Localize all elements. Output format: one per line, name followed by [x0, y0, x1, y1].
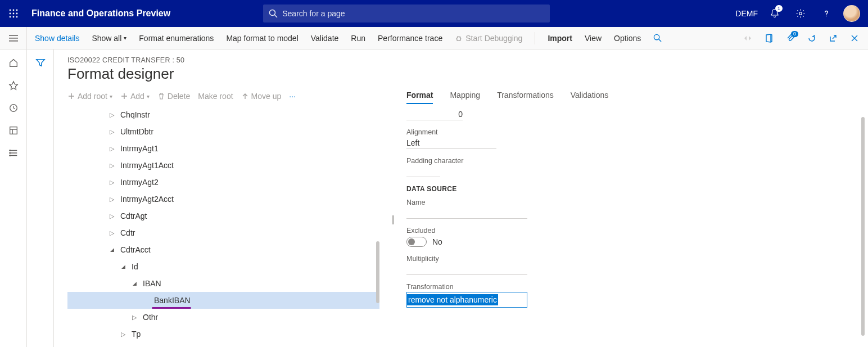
- expander-open-icon[interactable]: ◢: [129, 281, 139, 286]
- help-button[interactable]: [817, 4, 835, 22]
- tree-node[interactable]: ◢Id: [67, 258, 379, 275]
- top-bar: Finance and Operations Preview DEMF 1: [0, 0, 868, 27]
- tree-node[interactable]: ▷ChqInstr: [67, 106, 379, 123]
- show-all-dropdown[interactable]: Show all▾: [92, 34, 126, 43]
- svg-rect-13: [9, 35, 18, 36]
- tree-node[interactable]: ▷UltmtDbtr: [67, 123, 379, 140]
- tree-scrollbar[interactable]: [376, 241, 379, 303]
- add-root-button[interactable]: Add root▾: [67, 92, 112, 101]
- tree-node[interactable]: ▷CdtrAgt: [67, 208, 379, 224]
- move-up-button[interactable]: Move up: [241, 92, 282, 101]
- chevron-down-icon: ▾: [110, 93, 112, 100]
- name-value[interactable]: [406, 208, 527, 219]
- tree-node-label: IntrmyAgt1Acct: [120, 161, 174, 170]
- expander-closed-icon[interactable]: ▷: [129, 314, 139, 321]
- tree-node[interactable]: BankIBAN: [67, 292, 379, 309]
- padding-label: Padding character: [406, 157, 838, 165]
- avatar[interactable]: [843, 5, 860, 22]
- svg-rect-20: [10, 127, 17, 134]
- tree-node[interactable]: ▷IntrmyAgt2: [67, 174, 379, 191]
- expander-closed-icon[interactable]: ▷: [107, 128, 117, 136]
- tab-mapping[interactable]: Mapping: [450, 91, 480, 104]
- svg-point-4: [13, 13, 15, 15]
- tree-node-label: IntrmyAgt2: [120, 178, 159, 187]
- modules-icon[interactable]: [8, 147, 19, 159]
- make-root-button[interactable]: Make root: [198, 92, 233, 101]
- expander-open-icon[interactable]: ◢: [107, 247, 117, 253]
- alignment-value[interactable]: Left: [406, 137, 496, 149]
- format-enumerations-button[interactable]: Format enumerations: [139, 34, 214, 43]
- notifications-button[interactable]: 1: [766, 4, 784, 22]
- expander-closed-icon[interactable]: ▷: [107, 179, 117, 186]
- tree-node[interactable]: ▷Cdtr: [67, 224, 379, 241]
- filter-rail[interactable]: [27, 49, 54, 347]
- tree-node[interactable]: ◢CdtrAcct: [67, 241, 379, 258]
- expander-closed-icon[interactable]: ▷: [107, 229, 117, 237]
- multiplicity-value[interactable]: [406, 264, 527, 275]
- tab-validations[interactable]: Validations: [571, 91, 608, 104]
- tree-node[interactable]: ▷IntrmyAgt1: [67, 140, 379, 157]
- workspaces-icon[interactable]: [8, 125, 19, 136]
- expander-closed-icon[interactable]: ▷: [118, 331, 128, 338]
- tree-node[interactable]: ▷Othr: [67, 309, 379, 326]
- app-launcher[interactable]: [0, 0, 27, 27]
- svg-point-8: [16, 16, 18, 18]
- length-value[interactable]: 0: [406, 109, 463, 120]
- format-tree[interactable]: ▷ChqInstr▷UltmtDbtr▷IntrmyAgt1▷IntrmyAgt…: [67, 106, 379, 347]
- excluded-toggle[interactable]: [406, 237, 427, 247]
- delete-button[interactable]: Delete: [157, 92, 190, 101]
- more-actions-button[interactable]: ···: [289, 92, 296, 101]
- tree-node-label: IBAN: [143, 279, 161, 288]
- view-dropdown[interactable]: View: [585, 34, 602, 43]
- splitter-handle[interactable]: ‖: [391, 91, 395, 347]
- performance-trace-button[interactable]: Performance trace: [378, 34, 442, 43]
- search-icon: [653, 34, 662, 42]
- settings-button[interactable]: [792, 4, 810, 22]
- expander-closed-icon[interactable]: ▷: [107, 162, 117, 169]
- import-button[interactable]: Import: [548, 34, 572, 43]
- add-button[interactable]: Add▾: [120, 92, 150, 101]
- page-scrollbar[interactable]: [861, 117, 865, 336]
- name-label: Name: [406, 199, 838, 206]
- alignment-label: Alignment: [406, 128, 838, 136]
- company-code[interactable]: DEMF: [735, 9, 758, 18]
- nav-toggle[interactable]: [0, 27, 27, 49]
- excluded-label: Excluded: [406, 227, 838, 235]
- map-format-button[interactable]: Map format to model: [226, 34, 298, 43]
- cmd-office-icon[interactable]: [763, 33, 775, 44]
- tree-node[interactable]: ◢IBAN: [67, 275, 379, 292]
- separator: [535, 32, 535, 44]
- cmd-collapse-icon[interactable]: [742, 33, 753, 44]
- tree-node[interactable]: ▷Tp: [67, 326, 379, 343]
- tree-node-label: CdtrAcct: [120, 245, 151, 254]
- show-details-link[interactable]: Show details: [35, 34, 79, 43]
- expander-closed-icon[interactable]: ▷: [107, 111, 117, 119]
- run-button[interactable]: Run: [351, 34, 365, 43]
- tree-node[interactable]: ▷IntrmyAgt2Acct: [67, 191, 379, 208]
- search-input[interactable]: [282, 9, 544, 18]
- cmd-attachments-icon[interactable]: 0: [785, 33, 796, 44]
- cmd-popout-icon[interactable]: [828, 33, 839, 44]
- svg-point-23: [9, 155, 10, 156]
- transformation-input[interactable]: remove not alphanumeric: [406, 292, 527, 308]
- cmd-refresh-icon[interactable]: [806, 33, 817, 44]
- svg-point-17: [654, 34, 659, 39]
- expander-closed-icon[interactable]: ▷: [107, 145, 117, 152]
- cmd-close-icon[interactable]: [849, 33, 860, 44]
- tab-transformations[interactable]: Transformations: [497, 91, 554, 104]
- svg-point-2: [16, 10, 18, 11]
- expander-closed-icon[interactable]: ▷: [107, 196, 117, 203]
- tab-format[interactable]: Format: [406, 91, 433, 104]
- search-box[interactable]: [263, 4, 550, 22]
- tree-node[interactable]: ▷IntrmyAgt1Acct: [67, 157, 379, 174]
- recent-icon[interactable]: [8, 102, 19, 114]
- expander-open-icon[interactable]: ◢: [118, 264, 128, 269]
- options-dropdown[interactable]: Options: [614, 34, 641, 43]
- validate-button[interactable]: Validate: [311, 34, 339, 43]
- favorites-icon[interactable]: [8, 80, 19, 91]
- home-icon[interactable]: [8, 57, 19, 69]
- padding-value[interactable]: [406, 166, 440, 177]
- tree-node-label: Cdtr: [120, 228, 135, 237]
- expander-closed-icon[interactable]: ▷: [107, 213, 117, 220]
- cmd-search-button[interactable]: [653, 34, 662, 42]
